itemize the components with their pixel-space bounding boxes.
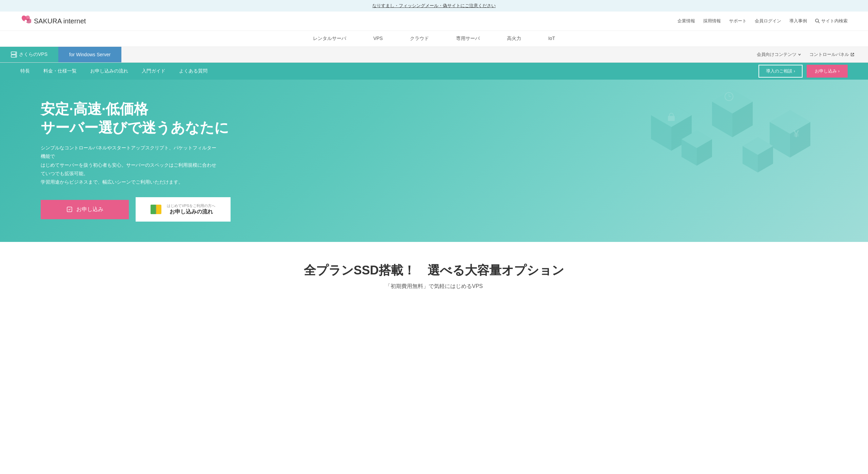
hero-content: 安定·高速·低価格 サーバー選びで迷うあなたに シンプルなコントロールパネルやス… xyxy=(41,100,485,222)
consult-button[interactable]: 導入のご相談 › xyxy=(758,65,803,78)
product-nav-guide[interactable]: 入門ガイド xyxy=(142,63,165,80)
hero-flow-text: はじめてVPSをご利用の方へ お申し込みの流れ xyxy=(167,203,215,215)
hero-apply-label: お申し込み xyxy=(76,206,103,213)
member-content-label: 会員向けコンテンツ xyxy=(757,51,796,58)
announcement-bar: なりすまし・フィッシングメール・偽サイトにご注意ください xyxy=(0,0,868,12)
nav-cases[interactable]: 導入事例 xyxy=(789,18,807,24)
logo-text: SAKURA internet xyxy=(34,17,86,25)
product-nav-flow[interactable]: お申し込みの流れ xyxy=(90,63,128,80)
main-nav-dedicated[interactable]: 専用サーバ xyxy=(456,36,480,42)
search-icon xyxy=(815,19,820,23)
svg-line-5 xyxy=(818,22,820,23)
header-nav: 企業情報 採用情報 サポート 会員ログイン 導入事例 サイト内検索 xyxy=(677,18,848,24)
tab-sakura-vps[interactable]: さくらのVPS xyxy=(0,47,58,62)
hero-title-line1: 安定·高速·低価格 xyxy=(41,101,148,117)
tab-sakura-vps-label: さくらのVPS xyxy=(19,51,47,58)
header: SAKURA internet 企業情報 採用情報 サポート 会員ログイン 導入… xyxy=(0,12,868,31)
member-content-link[interactable]: 会員向けコンテンツ xyxy=(757,51,801,58)
isometric-boxes-illustration: ¥ xyxy=(624,83,861,205)
product-nav-actions: 導入のご相談 › お申し込み › xyxy=(758,65,848,78)
product-nav-features[interactable]: 特長 xyxy=(20,63,30,80)
svg-point-8 xyxy=(15,53,16,54)
sub-nav-tabs: さくらのVPS for Windows Server xyxy=(0,47,121,62)
hero-title-line2: サーバー選びで迷うあなたに xyxy=(41,120,229,136)
hero-illustration: ¥ xyxy=(434,80,868,242)
svg-text:¥: ¥ xyxy=(793,128,799,139)
svg-point-4 xyxy=(815,19,818,22)
main-nav: レンタルサーバ VPS クラウド 専用サーバ 高火力 IoT xyxy=(0,31,868,47)
main-nav-cloud[interactable]: クラウド xyxy=(410,36,429,42)
nav-login[interactable]: 会員ログイン xyxy=(755,18,781,24)
hero-title: 安定·高速·低価格 サーバー選びで迷うあなたに xyxy=(41,100,485,137)
nav-support[interactable]: サポート xyxy=(729,18,747,24)
hero-flow-main: お申し込みの流れ xyxy=(167,208,215,215)
hero-flow-sub: はじめてVPSをご利用の方へ xyxy=(167,203,215,208)
section-subtitle: 「初期費用無料」で気軽にはじめるVPS xyxy=(7,283,861,290)
nav-recruitment[interactable]: 採用情報 xyxy=(703,18,721,24)
tab-windows-server[interactable]: for Windows Server xyxy=(58,47,121,62)
sakura-logo-icon xyxy=(20,16,31,26)
chevron-down-icon xyxy=(798,53,801,56)
main-nav-vps[interactable]: VPS xyxy=(373,36,383,42)
book-icon xyxy=(149,203,163,216)
product-nav: 特長 料金・仕様一覧 お申し込みの流れ 入門ガイド よくある質問 導入のご相談 … xyxy=(0,63,868,80)
section-title: 全プランSSD搭載！ 選べる大容量オプション xyxy=(7,262,861,279)
nav-company[interactable]: 企業情報 xyxy=(677,18,695,24)
control-panel-link[interactable]: コントロールパネル xyxy=(809,51,854,58)
main-nav-highpower[interactable]: 高火力 xyxy=(507,36,521,42)
main-nav-iot[interactable]: IoT xyxy=(548,36,555,42)
vps-icon xyxy=(11,51,17,58)
control-panel-label: コントロールパネル xyxy=(809,51,849,58)
hero-section: 安定·高速·低価格 サーバー選びで迷うあなたに シンプルなコントロールパネルやス… xyxy=(0,80,868,242)
sub-nav: さくらのVPS for Windows Server 会員向けコンテンツ コント… xyxy=(0,47,868,63)
nav-search[interactable]: サイト内検索 xyxy=(815,18,848,24)
hero-flow-button[interactable]: はじめてVPSをご利用の方へ お申し込みの流れ xyxy=(136,197,231,222)
hero-buttons: お申し込み はじめてVPSをご利用の方へ お申し込みの流れ xyxy=(41,197,485,222)
product-nav-pricing[interactable]: 料金・仕様一覧 xyxy=(43,63,77,80)
edit-icon xyxy=(66,206,73,213)
search-label: サイト内検索 xyxy=(821,18,848,24)
svg-rect-18 xyxy=(668,116,675,121)
svg-rect-12 xyxy=(151,205,156,214)
apply-button-nav[interactable]: お申し込み › xyxy=(807,65,848,78)
product-nav-links: 特長 料金・仕様一覧 お申し込みの流れ 入門ガイド よくある質問 xyxy=(20,63,208,80)
main-nav-rental[interactable]: レンタルサーバ xyxy=(313,36,346,42)
hero-apply-button[interactable]: お申し込み xyxy=(41,200,129,219)
svg-point-3 xyxy=(24,20,27,22)
announcement-link[interactable]: なりすまし・フィッシングメール・偽サイトにご注意ください xyxy=(372,3,496,8)
logo[interactable]: SAKURA internet xyxy=(20,16,86,26)
svg-point-9 xyxy=(15,56,16,57)
external-link-icon xyxy=(850,53,854,57)
product-nav-faq[interactable]: よくある質問 xyxy=(179,63,208,80)
section-below: 全プランSSD搭載！ 選べる大容量オプション 「初期費用無料」で気軽にはじめるV… xyxy=(0,242,868,297)
sub-nav-right: 会員向けコンテンツ コントロールパネル xyxy=(757,51,868,58)
tab-windows-server-label: for Windows Server xyxy=(69,52,111,57)
hero-description: シンプルなコントロールパネルやスタートアップスクリプト、パケットフィルター機能で… xyxy=(41,144,217,186)
